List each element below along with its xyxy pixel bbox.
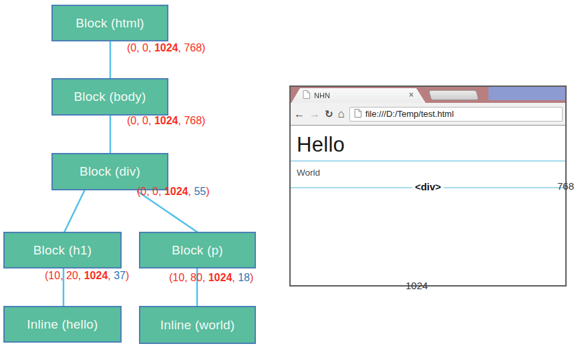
coord-part-height: 55 (194, 186, 206, 197)
coord-part: ) (202, 115, 205, 126)
page-heading: Hello (297, 133, 345, 157)
titlebar-blue-area (488, 87, 565, 100)
home-icon[interactable]: ⌂ (338, 109, 345, 120)
tree-node-block-div: Block (div) (51, 153, 168, 190)
div-tag-wrap: <div> (291, 181, 565, 193)
tree-node-block-html: Block (html) (51, 5, 168, 41)
connector-div-h1 (64, 190, 85, 232)
page-paragraph: World (297, 168, 320, 178)
back-icon[interactable]: ← (294, 109, 305, 120)
coord-part-width: 1024 (154, 42, 178, 53)
page-viewport: Hello World <div> (291, 126, 565, 285)
coord-part: ) (206, 186, 209, 197)
coord-part-width: 1024 (208, 272, 233, 283)
coords-label-p: (10, 80, 1024, 18) (169, 272, 253, 284)
reload-icon[interactable]: ↻ (325, 109, 333, 120)
tree-node-inline-hello: Inline (hello) (3, 306, 122, 343)
forward-icon[interactable]: → (309, 109, 320, 120)
div-top-border-line (291, 160, 565, 162)
coord-part-height: 768 (184, 115, 202, 126)
width-annotation: 1024 (406, 280, 428, 291)
new-tab-button[interactable] (428, 90, 479, 100)
tab-title: NHN (314, 92, 330, 100)
browser-window: NHN × ← → ↻ ⌂ file:///D:/Temp/test.html … (289, 85, 567, 287)
height-annotation: 768 (557, 180, 574, 192)
coord-part: (0, 0, (127, 115, 154, 126)
coord-part-height: 37 (114, 270, 126, 281)
coord-part-width: 1024 (164, 186, 188, 197)
page-icon (303, 89, 310, 102)
tab-close-icon[interactable]: × (409, 91, 414, 100)
coord-part: (10, 80, (169, 272, 208, 283)
coords-label-html: (0, 0, 1024, 768) (127, 42, 205, 54)
coord-part-width: 1024 (84, 270, 108, 281)
coord-part: , (108, 270, 114, 281)
url-text: file:///D:/Temp/test.html (365, 109, 454, 119)
browser-tab[interactable]: NHN × (291, 88, 426, 103)
div-tag-label: <div> (412, 181, 444, 192)
coord-part: (0, 0, (137, 186, 164, 197)
coord-part: ) (126, 270, 129, 281)
coord-part: , (232, 272, 238, 283)
coord-part: (0, 0, (127, 42, 154, 53)
coord-part-height: 768 (184, 42, 202, 53)
tree-node-block-body: Block (body) (51, 78, 168, 116)
url-bar[interactable]: file:///D:/Temp/test.html (349, 107, 563, 122)
browser-toolbar: ← → ↻ ⌂ file:///D:/Temp/test.html (291, 103, 565, 126)
coord-part-width: 1024 (154, 115, 178, 126)
coords-label-h1: (10, 20, 1024, 37) (45, 270, 129, 282)
screenshot-root: Block (html) Block (body) Block (div) Bl… (0, 0, 588, 364)
coord-part-height: 18 (238, 272, 250, 283)
tree-node-inline-world: Inline (world) (139, 306, 256, 344)
tree-node-block-h1: Block (h1) (3, 232, 122, 268)
coords-label-div: (0, 0, 1024, 55) (137, 186, 210, 198)
browser-tab-strip: NHN × (291, 87, 565, 103)
coords-label-body: (0, 0, 1024, 768) (127, 115, 205, 127)
page-icon (354, 108, 361, 120)
tree-node-block-p: Block (p) (139, 232, 256, 268)
coord-part: ) (250, 272, 253, 283)
coord-part: ) (202, 42, 205, 53)
coord-part: (10, 20, (45, 270, 84, 281)
